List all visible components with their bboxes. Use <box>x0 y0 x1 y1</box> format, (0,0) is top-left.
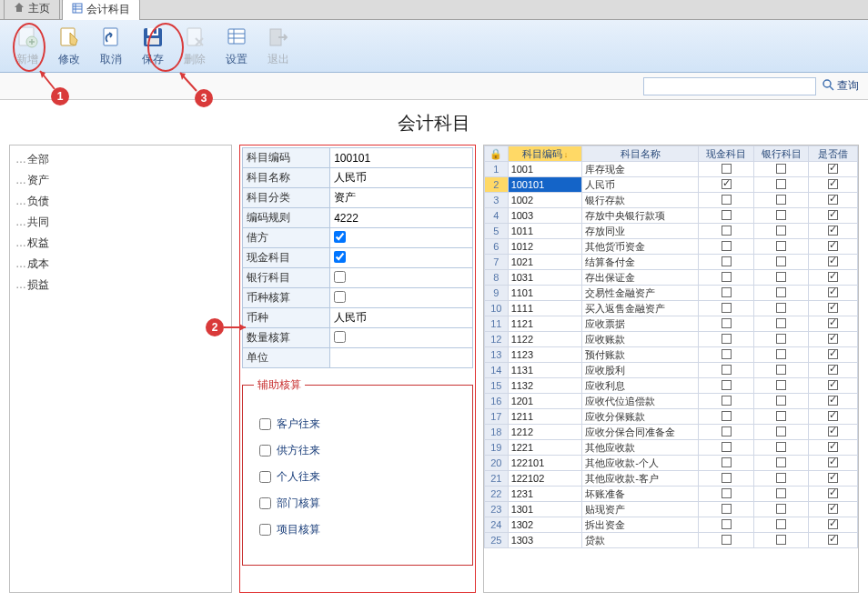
aux-checkbox[interactable] <box>259 445 271 456</box>
cell-debit[interactable] <box>809 208 858 224</box>
cell-cash[interactable] <box>699 487 754 502</box>
cell-cash[interactable] <box>699 316 754 332</box>
aux-item[interactable]: 客户往来 <box>259 416 456 432</box>
table-row[interactable]: 131123预付账款 <box>485 347 858 363</box>
table-row[interactable]: 2100101人民币 <box>485 177 858 193</box>
add-button[interactable]: 新增 <box>7 24 47 69</box>
cell-debit[interactable] <box>809 239 858 255</box>
cell-bank[interactable] <box>753 502 809 517</box>
cell-debit[interactable] <box>809 332 858 347</box>
form-input[interactable] <box>334 212 469 225</box>
table-row[interactable]: 81031存出保证金 <box>485 270 858 286</box>
col-lock[interactable]: 🔒 <box>485 146 509 162</box>
cell-debit[interactable] <box>809 286 858 301</box>
cell-debit[interactable] <box>809 487 858 502</box>
cell-cash[interactable] <box>699 378 754 394</box>
table-row[interactable]: 21122102其他应收款-客户 <box>485 471 858 487</box>
cell-cash[interactable] <box>699 440 754 456</box>
tab-home[interactable]: 主页 <box>4 0 60 19</box>
cell-cash[interactable] <box>699 270 754 286</box>
form-input[interactable] <box>334 172 469 185</box>
cell-cash[interactable] <box>699 301 754 316</box>
table-row[interactable]: 41003存放中央银行款项 <box>485 208 858 224</box>
cell-debit[interactable] <box>809 425 858 440</box>
cell-cash[interactable] <box>699 224 754 239</box>
col-cash[interactable]: 现金科目 <box>699 146 754 162</box>
edit-button[interactable]: 修改 <box>49 24 89 69</box>
cell-debit[interactable] <box>809 347 858 363</box>
cell-debit[interactable] <box>809 224 858 239</box>
table-row[interactable]: 241302拆出资金 <box>485 517 858 533</box>
cell-bank[interactable] <box>753 224 809 239</box>
tab-accounts[interactable]: 会计科目 <box>62 0 140 20</box>
cell-cash[interactable] <box>699 471 754 487</box>
cell-bank[interactable] <box>753 301 809 316</box>
cell-debit[interactable] <box>809 363 858 378</box>
cell-cash[interactable] <box>699 456 754 471</box>
cell-cash[interactable] <box>699 286 754 301</box>
cell-bank[interactable] <box>753 162 809 177</box>
table-row[interactable]: 71021结算备付金 <box>485 255 858 270</box>
tree-item[interactable]: 负债 <box>14 191 227 212</box>
cell-bank[interactable] <box>753 487 809 502</box>
form-checkbox[interactable] <box>334 331 346 343</box>
delete-button[interactable]: 删除 <box>175 24 215 69</box>
cell-cash[interactable] <box>699 208 754 224</box>
cell-bank[interactable] <box>753 394 809 409</box>
exit-button[interactable]: 退出 <box>258 24 298 69</box>
cell-cash[interactable] <box>699 193 754 208</box>
table-row[interactable]: 111121应收票据 <box>485 316 858 332</box>
cell-bank[interactable] <box>753 378 809 394</box>
cell-debit[interactable] <box>809 440 858 456</box>
table-row[interactable]: 221231坏账准备 <box>485 487 858 502</box>
cell-cash[interactable] <box>699 177 754 193</box>
cell-bank[interactable] <box>753 255 809 270</box>
form-input[interactable] <box>334 312 469 325</box>
cell-cash[interactable] <box>699 517 754 533</box>
cell-cash[interactable] <box>699 162 754 177</box>
cell-bank[interactable] <box>753 239 809 255</box>
form-input[interactable] <box>334 192 469 205</box>
table-row[interactable]: 20122101其他应收款-个人 <box>485 456 858 471</box>
table-row[interactable]: 161201应收代位追偿款 <box>485 394 858 409</box>
cell-debit[interactable] <box>809 456 858 471</box>
cell-bank[interactable] <box>753 440 809 456</box>
form-checkbox[interactable] <box>334 251 346 263</box>
form-checkbox[interactable] <box>334 271 346 283</box>
cell-bank[interactable] <box>753 286 809 301</box>
cell-bank[interactable] <box>753 533 809 548</box>
cell-bank[interactable] <box>753 409 809 425</box>
cell-debit[interactable] <box>809 255 858 270</box>
cell-debit[interactable] <box>809 193 858 208</box>
save-button[interactable]: 保存 <box>133 24 173 69</box>
cell-bank[interactable] <box>753 363 809 378</box>
aux-checkbox[interactable] <box>259 524 271 536</box>
settings-button[interactable]: 设置 <box>217 24 257 69</box>
tree-item[interactable]: 权益 <box>14 233 227 254</box>
cell-bank[interactable] <box>753 332 809 347</box>
search-button[interactable]: 查询 <box>822 78 859 94</box>
tree-item[interactable]: 资产 <box>14 170 227 191</box>
form-checkbox[interactable] <box>334 291 346 303</box>
table-row[interactable]: 121122应收账款 <box>485 332 858 347</box>
table-row[interactable]: 11001库存现金 <box>485 162 858 177</box>
table-row[interactable]: 91101交易性金融资产 <box>485 286 858 301</box>
cell-bank[interactable] <box>753 471 809 487</box>
cell-cash[interactable] <box>699 347 754 363</box>
cell-bank[interactable] <box>753 270 809 286</box>
aux-item[interactable]: 项目核算 <box>259 522 456 537</box>
cell-bank[interactable] <box>753 193 809 208</box>
cell-debit[interactable] <box>809 162 858 177</box>
cell-cash[interactable] <box>699 533 754 548</box>
table-row[interactable]: 181212应收分保合同准备金 <box>485 425 858 440</box>
cell-debit[interactable] <box>809 316 858 332</box>
cell-debit[interactable] <box>809 533 858 548</box>
tree-item[interactable]: 共同 <box>14 212 227 233</box>
table-row[interactable]: 51011存放同业 <box>485 224 858 239</box>
cell-debit[interactable] <box>809 177 858 193</box>
tree-item[interactable]: 损益 <box>14 275 227 296</box>
cell-cash[interactable] <box>699 425 754 440</box>
cell-bank[interactable] <box>753 347 809 363</box>
col-bank[interactable]: 银行科目 <box>753 146 809 162</box>
table-row[interactable]: 141131应收股利 <box>485 363 858 378</box>
